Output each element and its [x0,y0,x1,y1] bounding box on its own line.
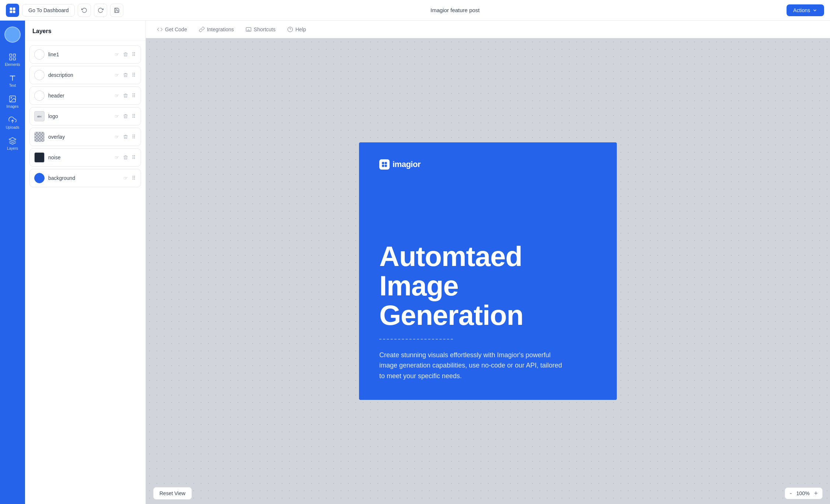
layer-delete-header[interactable] [122,92,129,99]
tab-get-code[interactable]: Get Code [152,24,192,35]
layer-name-overlay: overlay [48,134,110,140]
svg-rect-3 [13,10,15,13]
layer-move-noise[interactable]: ☞ [114,154,120,161]
layer-move-background[interactable]: ☞ [123,174,129,182]
layer-item-description[interactable]: description ☞ ⠿ [29,66,141,84]
layer-thumb-description [34,70,45,80]
layer-actions-logo: ☞ ⠿ [114,113,136,120]
design-logo-row: imagior [379,159,421,170]
sidebar-uploads-label: Uploads [6,125,20,129]
canvas-area: Get Code Integrations Shortcuts Help [146,21,830,504]
svg-rect-6 [10,58,12,60]
zoom-in-button[interactable]: + [814,490,818,497]
sidebar-item-images[interactable]: Images [0,92,25,111]
layer-name-header: header [48,93,110,99]
top-bar-left: Go To Dashboard [6,4,123,17]
svg-rect-5 [13,54,15,56]
svg-rect-20 [385,165,387,167]
main-layout: Elements Text Images Uploads Layers Laye… [0,21,830,504]
layer-move-header[interactable]: ☞ [114,92,120,99]
svg-rect-18 [385,162,387,164]
layer-actions-line1: ☞ ⠿ [114,51,136,58]
layer-delete-noise[interactable] [122,154,129,161]
canvas-content[interactable]: imagior Automtaed Image Generation Creat… [146,38,830,504]
svg-rect-17 [382,162,384,164]
layer-name-line1: line1 [48,52,110,57]
layer-move-overlay[interactable]: ☞ [114,133,120,141]
zoom-value: 100% [795,490,810,496]
sidebar-item-layers[interactable]: Layers [0,134,25,153]
tab-shortcuts[interactable]: Shortcuts [240,24,281,35]
layer-list: line1 ☞ ⠿ description ☞ [25,41,145,192]
layer-move-description[interactable]: ☞ [114,71,120,79]
layer-drag-line1[interactable]: ⠿ [131,51,136,58]
undo-button[interactable] [78,4,91,17]
sidebar-item-elements[interactable]: Elements [0,50,25,70]
layer-item-noise[interactable]: noise ☞ ⠿ [29,148,141,167]
avatar [4,26,21,43]
layer-item-header[interactable]: header ☞ ⠿ [29,86,141,105]
top-bar: Go To Dashboard Imagior feature post Act… [0,0,830,21]
layers-panel-title: Layers [25,21,145,41]
layer-move-logo[interactable]: ☞ [114,113,120,120]
save-button[interactable] [110,4,123,17]
sidebar-item-text[interactable]: Text [0,71,25,90]
layer-delete-description[interactable] [122,72,129,78]
app-logo-button[interactable] [6,4,19,17]
layer-drag-overlay[interactable]: ⠿ [131,133,136,141]
layer-name-noise: noise [48,155,110,160]
top-bar-right: Actions [787,4,824,16]
tab-integrations[interactable]: Integrations [194,24,239,35]
design-main-title: Automtaed Image Generation [379,242,597,330]
layer-name-description: description [48,72,110,78]
layer-drag-header[interactable]: ⠿ [131,92,136,99]
tab-help[interactable]: Help [282,24,311,35]
layer-actions-overlay: ☞ ⠿ [114,133,136,141]
tab-bar: Get Code Integrations Shortcuts Help [146,21,830,38]
layer-move-line1[interactable]: ☞ [114,51,120,58]
svg-rect-4 [10,54,12,56]
layer-item-logo[interactable]: abc logo ☞ ⠿ [29,107,141,125]
layer-drag-logo[interactable]: ⠿ [131,113,136,120]
svg-rect-7 [13,58,15,60]
layer-drag-background[interactable]: ⠿ [131,174,136,182]
redo-button[interactable] [94,4,107,17]
layer-delete-line1[interactable] [122,51,129,58]
layer-thumb-logo: abc [34,111,45,121]
layer-delete-overlay[interactable] [122,134,129,140]
svg-point-11 [11,97,12,98]
sidebar-images-label: Images [7,104,19,109]
dashboard-button[interactable]: Go To Dashboard [22,4,75,17]
layer-thumb-noise [34,152,45,163]
design-logo-icon [379,159,390,170]
layer-item-line1[interactable]: line1 ☞ ⠿ [29,45,141,64]
design-description: Create stunning visuals effortlessly wit… [379,350,563,381]
svg-point-15 [288,27,293,32]
layer-thumb-header [34,90,45,101]
design-card[interactable]: imagior Automtaed Image Generation Creat… [359,142,617,400]
sidebar-item-uploads[interactable]: Uploads [0,113,25,132]
svg-rect-2 [10,10,13,13]
sidebar-elements-label: Elements [5,63,20,67]
layer-thumb-line1 [34,49,45,60]
zoom-out-button[interactable]: - [789,490,792,497]
layer-thumb-background [34,173,45,183]
design-divider [379,339,453,340]
sidebar-layers-label: Layers [7,146,18,150]
layer-drag-description[interactable]: ⠿ [131,71,136,79]
layer-thumb-overlay [34,132,45,142]
layer-item-overlay[interactable]: overlay ☞ ⠿ [29,128,141,146]
layer-name-background: background [48,175,119,181]
reset-view-button[interactable]: Reset View [153,487,192,500]
layers-panel: Layers line1 ☞ ⠿ description ☞ [25,21,146,504]
svg-rect-19 [382,165,384,167]
layer-actions-background: ☞ ⠿ [123,174,136,182]
actions-button[interactable]: Actions [787,4,824,16]
layer-actions-header: ☞ ⠿ [114,92,136,99]
layer-drag-noise[interactable]: ⠿ [131,154,136,161]
layer-item-background[interactable]: background ☞ ⠿ [29,169,141,187]
svg-marker-13 [9,138,16,141]
zoom-controls: - 100% + [785,487,823,499]
layer-actions-noise: ☞ ⠿ [114,154,136,161]
layer-delete-logo[interactable] [122,113,129,120]
